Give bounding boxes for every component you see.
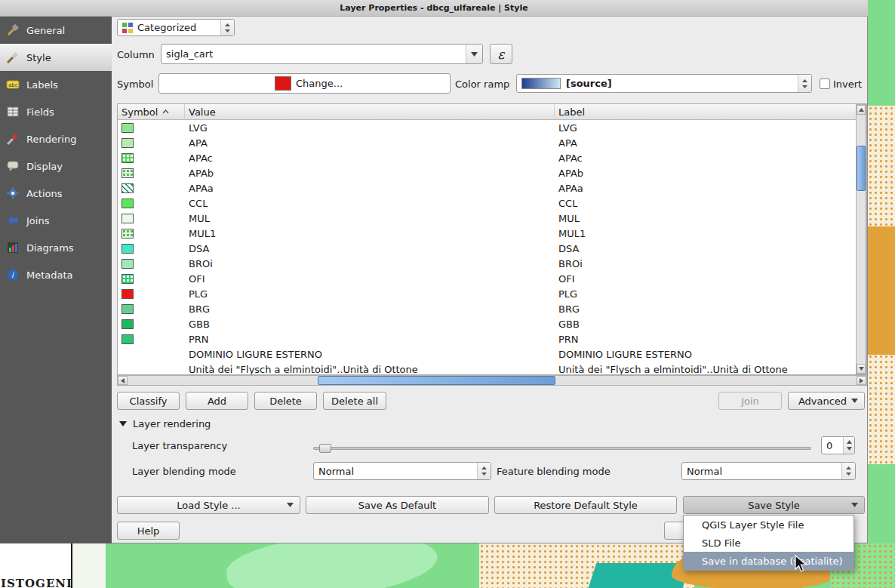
sidebar-item-label: Diagrams [26, 242, 74, 254]
join-button[interactable]: Join [718, 392, 782, 410]
symbol-swatch [121, 214, 134, 223]
window-titlebar[interactable]: Layer Properties - dbcg_ulfareale | Styl… [0, 0, 868, 17]
label-cell: APA [555, 137, 866, 149]
style-icon [6, 51, 20, 64]
table-row[interactable]: GBBGBB [118, 316, 866, 331]
menu-item-save-in-database[interactable]: Save in database (spatialite) [684, 552, 853, 570]
table-row[interactable]: APAbAPAb [118, 165, 866, 180]
add-button[interactable]: Add [186, 392, 248, 410]
table-row[interactable]: OFIOFI [118, 271, 866, 286]
scrollbar-thumb[interactable] [318, 376, 555, 385]
button-label: Load Style ... [177, 500, 241, 511]
transparency-slider-groove[interactable] [313, 447, 811, 450]
value-cell: APAb [185, 168, 555, 179]
symbol-cell [118, 244, 185, 254]
feature-blending-combobox[interactable]: Normal [681, 462, 856, 480]
symbol-cell [118, 183, 185, 193]
table-row[interactable]: Unità dei "Flysch a elmintoidi"..Unità d… [118, 362, 866, 375]
sidebar-item-joins[interactable]: Joins [0, 207, 112, 234]
column-combobox[interactable]: sigla_cart [161, 44, 483, 64]
menu-item-sld-file[interactable]: SLD File [684, 534, 853, 552]
column-header-symbol[interactable]: Symbol [118, 104, 185, 119]
sidebar-item-diagrams[interactable]: Diagrams [0, 234, 112, 261]
expression-button[interactable]: ε [490, 44, 512, 64]
value-cell: DSA [185, 243, 555, 254]
save-as-default-button[interactable]: Save As Default [306, 496, 489, 514]
table-row[interactable]: BRGBRG [118, 301, 866, 316]
spinbox-arrows[interactable] [843, 437, 854, 454]
section-label: Layer rendering [133, 418, 211, 429]
renderer-select[interactable]: Categorized [117, 19, 235, 36]
delete-all-button[interactable]: Delete all [323, 392, 386, 410]
column-header-label: Label [558, 106, 585, 118]
table-row[interactable]: APAaAPAa [118, 180, 866, 195]
value-cell: APAa [185, 183, 555, 194]
table-row[interactable]: MUL1MUL1 [118, 226, 866, 241]
column-header-value[interactable]: Value [185, 104, 555, 119]
layer-blending-combobox[interactable]: Normal [313, 462, 491, 480]
table-row[interactable]: DSADSA [118, 241, 866, 256]
table-row[interactable]: APAcAPAc [118, 150, 866, 165]
scroll-down-button[interactable] [857, 364, 866, 374]
symbol-change-button[interactable]: Change... [158, 73, 451, 94]
symbol-cell [118, 304, 185, 314]
restore-default-style-button[interactable]: Restore Default Style [494, 496, 677, 514]
table-row[interactable]: LVGLVG [118, 120, 866, 135]
layer-rendering-section[interactable]: Layer rendering [119, 418, 211, 429]
sidebar-item-metadata[interactable]: i Metadata [0, 261, 112, 288]
symbol-swatch [121, 199, 134, 208]
labels-icon: abc [6, 78, 20, 91]
vertical-scrollbar[interactable] [856, 104, 866, 374]
value-cell: MUL [185, 213, 555, 224]
sidebar-item-display[interactable]: Display [0, 152, 112, 180]
sidebar-item-actions[interactable]: Actions [0, 180, 112, 207]
advanced-button[interactable]: Advanced [788, 392, 865, 410]
sidebar-item-style[interactable]: Style [0, 44, 112, 71]
invert-checkbox[interactable] [820, 79, 830, 89]
classify-button[interactable]: Classify [117, 392, 180, 410]
sidebar-item-labels[interactable]: abc Labels [0, 71, 112, 98]
symbol-table-rows: LVGLVGAPAAPAAPAcAPAcAPAbAPAbAPAaAPAaCCLC… [118, 120, 866, 375]
table-row[interactable]: PLGPLG [118, 286, 866, 301]
color-ramp-value: [source] [566, 78, 612, 89]
scroll-up-button[interactable] [857, 105, 866, 115]
symbol-cell [118, 259, 185, 269]
value-cell: MUL1 [185, 228, 555, 239]
help-button[interactable]: Help [117, 522, 180, 540]
color-ramp-combobox[interactable]: [source] [516, 74, 812, 93]
delete-button[interactable]: Delete [254, 392, 317, 410]
sidebar-item-fields[interactable]: Fields [0, 98, 112, 125]
menu-item-label: SLD File [702, 537, 740, 549]
sidebar-item-general[interactable]: General [0, 17, 112, 44]
menu-item-qgis-layer-style-file[interactable]: QGIS Layer Style File [684, 516, 853, 534]
horizontal-scrollbar[interactable] [117, 375, 867, 386]
scrollbar-thumb[interactable] [857, 146, 866, 191]
table-row[interactable]: DOMINIO LIGURE ESTERNODOMINIO LIGURE EST… [118, 346, 866, 362]
symbol-cell [118, 319, 185, 329]
symbol-swatch [121, 274, 134, 284]
feature-blending-label: Feature blending mode [497, 466, 611, 477]
label-cell: Unità dei "Flysch a elmintoidi"..Unità d… [555, 364, 866, 375]
table-row[interactable]: BROiBROi [118, 256, 866, 271]
chevron-down-icon [287, 503, 294, 507]
save-style-button[interactable]: Save Style [683, 496, 865, 514]
fields-icon [6, 105, 20, 119]
button-label: Delete all [331, 396, 378, 407]
table-row[interactable]: APAAPA [118, 135, 866, 150]
load-style-button[interactable]: Load Style ... [117, 496, 300, 514]
symbol-swatch [121, 304, 134, 314]
sidebar-item-rendering[interactable]: Rendering [0, 125, 112, 152]
symbol-cell [118, 349, 185, 359]
transparency-spinbox[interactable]: 0 [821, 436, 855, 454]
table-row[interactable]: PRNPRN [118, 331, 866, 346]
column-header-label-col[interactable]: Label [555, 104, 866, 119]
table-row[interactable]: CCLCCL [118, 195, 866, 211]
map-canvas-right[interactable] [868, 0, 895, 543]
table-row[interactable]: MULMUL [118, 211, 866, 226]
symbol-table: Symbol Value Label LVGLVGAPAAPAAPAcAPAcA… [117, 103, 867, 375]
scroll-left-button[interactable] [118, 376, 128, 385]
scroll-right-button[interactable] [857, 376, 866, 385]
transparency-slider-thumb[interactable] [319, 444, 331, 453]
symbol-swatch [121, 244, 134, 254]
symbol-swatch [121, 229, 134, 239]
